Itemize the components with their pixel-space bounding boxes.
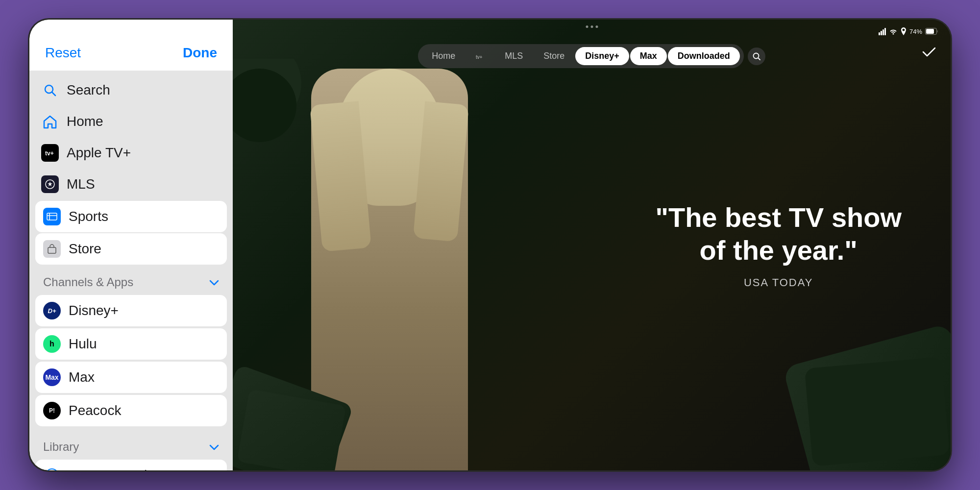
sidebar-item-mls[interactable]: MLS (29, 169, 233, 200)
svg-text:tv+: tv+ (45, 150, 54, 157)
peacock-icon: P! (43, 402, 61, 419)
wifi-icon (889, 28, 898, 35)
main-content: Reset Done Search (29, 20, 951, 470)
svg-rect-1 (926, 29, 934, 34)
sidebar-item-recent-label: Recent Purchases (69, 467, 181, 470)
nav-tab-home[interactable]: Home (422, 47, 465, 65)
mls-icon (41, 175, 59, 193)
recent-purchases-icon (43, 466, 61, 470)
sidebar-item-peacock[interactable]: P! Peacock (35, 395, 227, 426)
sidebar-item-store-label: Store (69, 241, 101, 257)
nav-tab-disney[interactable]: Disney+ (575, 47, 629, 65)
library-chevron-icon (209, 441, 219, 453)
sidebar-item-hulu[interactable]: h Hulu (35, 328, 227, 360)
foliage-bottom-right (755, 299, 951, 470)
sidebar-item-search[interactable]: Search (29, 74, 233, 106)
sidebar-item-home-label: Home (67, 114, 103, 129)
sidebar-item-max[interactable]: Max Max (35, 362, 227, 393)
foliage-left (233, 348, 380, 470)
svg-point-13 (753, 53, 759, 58)
search-icon (41, 81, 59, 99)
sports-icon (43, 208, 61, 225)
sidebar-scroll-content[interactable]: Search Home tv+ (29, 71, 233, 470)
signal-icon (879, 28, 886, 35)
disney-icon: D+ (43, 302, 61, 319)
nav-tab-downloaded[interactable]: Downloaded (668, 47, 740, 65)
sidebar-item-disney[interactable]: D+ Disney+ (35, 295, 227, 326)
sidebar-item-disney-label: Disney+ (69, 303, 119, 318)
home-icon (41, 113, 59, 130)
max-icon: Max (43, 368, 61, 386)
svg-rect-7 (47, 213, 57, 220)
sidebar-item-appletv-label: Apple TV+ (67, 145, 131, 161)
battery-icon (925, 28, 939, 35)
sidebar-item-home[interactable]: Home (29, 106, 233, 137)
status-bar-icons: 74% (879, 27, 939, 35)
svg-line-3 (52, 92, 55, 96)
location-icon (901, 27, 906, 35)
device-frame: 74% Reset Done (29, 20, 951, 470)
sidebar-item-recent-purchases[interactable]: Recent Purchases (35, 460, 227, 470)
status-bar: 74% (29, 20, 951, 39)
nav-tab-appletv[interactable]: tv+ (466, 47, 494, 65)
sidebar-item-sports-label: Sports (69, 209, 108, 224)
sidebar-item-hulu-label: Hulu (69, 336, 97, 352)
reset-button[interactable]: Reset (45, 45, 81, 61)
sidebar-item-appletv[interactable]: tv+ Apple TV+ (29, 137, 233, 169)
battery-percent: 74% (909, 28, 922, 35)
sidebar-item-peacock-label: Peacock (69, 403, 121, 418)
nav-tab-max[interactable]: Max (630, 47, 667, 65)
svg-rect-10 (48, 247, 56, 253)
channels-section-title: Channels & Apps (43, 275, 133, 289)
foliage-top-left (233, 59, 331, 157)
channels-section-header[interactable]: Channels & Apps (29, 266, 233, 294)
appletv-icon: tv+ (41, 144, 59, 162)
channels-chevron-icon (209, 277, 219, 288)
svg-line-14 (758, 58, 760, 60)
library-section-header[interactable]: Library (29, 430, 233, 459)
nav-tab-store[interactable]: Store (534, 47, 574, 65)
sidebar-item-search-label: Search (67, 82, 110, 98)
done-button[interactable]: Done (183, 45, 217, 61)
hero-quote: "The best TV showof the year." USA TODAY (655, 201, 902, 289)
sidebar-item-store[interactable]: Store (35, 233, 227, 265)
svg-text:tv+: tv+ (476, 54, 483, 59)
store-icon (43, 240, 61, 258)
sidebar-item-mls-label: MLS (67, 176, 95, 192)
nav-tabs-container: Home tv+ MLS Store Disney+ Max Downloade… (418, 44, 744, 68)
svg-marker-6 (48, 182, 52, 187)
sidebar-item-sports[interactable]: Sports (35, 201, 227, 232)
hulu-icon: h (43, 335, 61, 353)
sidebar-item-max-label: Max (69, 369, 95, 385)
hero-quote-text: "The best TV showof the year." (655, 201, 902, 267)
hero-quote-source: USA TODAY (655, 276, 902, 289)
library-section-title: Library (43, 440, 79, 454)
sidebar: Reset Done Search (29, 20, 233, 470)
svg-point-11 (46, 469, 58, 470)
nav-bar: Home tv+ MLS Store Disney+ Max Downloade… (233, 34, 951, 68)
nav-tab-mls[interactable]: MLS (495, 47, 533, 65)
nav-search-button[interactable] (748, 48, 765, 65)
content-area: Home tv+ MLS Store Disney+ Max Downloade… (233, 20, 951, 470)
